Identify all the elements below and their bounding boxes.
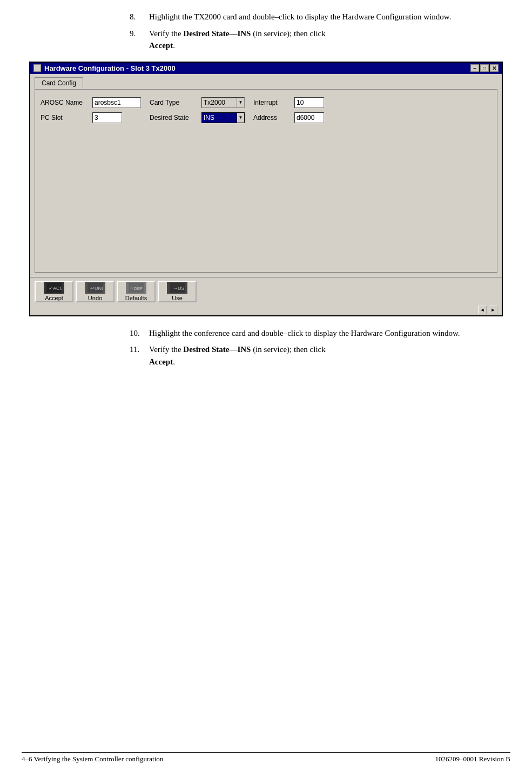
footer-right: 1026209–0001 Revision B [435, 755, 510, 763]
use-icon: →USE [167, 282, 187, 294]
step-11-number: 11. [130, 343, 149, 368]
window-body: Card Config AROSC Name Card Type Tx2000 … [30, 74, 502, 277]
defaults-label: Defaults [125, 295, 147, 301]
address-input[interactable] [294, 112, 324, 123]
step-11: 11. Verify the Desired State—INS (in ser… [130, 343, 510, 368]
pc-slot-input[interactable] [92, 112, 122, 123]
svg-text:↩UND: ↩UND [90, 286, 103, 291]
step-10-text: Highlight the conference card and double… [149, 327, 510, 340]
tab-content-card-config: AROSC Name Card Type Tx2000 ▼ Interrupt … [35, 89, 497, 273]
defaults-icon: ☞DEF [126, 282, 146, 294]
scroll-right-button[interactable]: ► [489, 306, 497, 314]
card-type-label: Card Type [150, 99, 198, 106]
step-11-text: Verify the Desired State—INS (in service… [149, 343, 510, 368]
svg-text:→USE: →USE [173, 286, 185, 291]
defaults-svg: ☞DEF [129, 283, 144, 293]
step-9: 9. Verify the Desired State—INS (in serv… [130, 28, 510, 52]
undo-button[interactable]: ↩UND Undo [76, 281, 115, 302]
maximize-button[interactable]: □ [480, 64, 489, 72]
minimize-button[interactable]: – [470, 64, 479, 72]
defaults-button[interactable]: ☞DEF Defaults [117, 281, 156, 302]
card-type-value: Tx2000 [202, 99, 237, 106]
interrupt-label: Interrupt [253, 99, 291, 106]
scrollbar-area: ◄ ► [30, 305, 502, 315]
tab-strip: Card Config [35, 77, 497, 89]
close-button[interactable]: ✕ [490, 64, 499, 72]
footer-left: 4–6 Verifying the System Controller conf… [22, 755, 163, 763]
button-bar: ✓ACC Accept ↩UND Undo ☞DEF [30, 277, 502, 305]
undo-label: Undo [88, 295, 102, 301]
accept-svg: ✓ACC [46, 283, 62, 293]
accept-button[interactable]: ✓ACC Accept [35, 281, 73, 302]
titlebar-title-area: Hardware Configuration - Slot 3 Tx2000 [33, 64, 176, 72]
form-grid: AROSC Name Card Type Tx2000 ▼ Interrupt … [41, 97, 491, 123]
window-titlebar: Hardware Configuration - Slot 3 Tx2000 –… [30, 63, 502, 74]
window-icon [33, 64, 41, 72]
undo-svg: ↩UND [87, 283, 103, 293]
svg-text:☞DEF: ☞DEF [130, 286, 143, 291]
accept-label: Accept [45, 295, 63, 301]
step-10-number: 10. [130, 327, 149, 340]
interrupt-input[interactable] [294, 97, 324, 108]
page-footer: 4–6 Verifying the System Controller conf… [22, 752, 510, 763]
svg-text:✓ACC: ✓ACC [49, 286, 62, 291]
window-title: Hardware Configuration - Slot 3 Tx2000 [44, 64, 176, 72]
desired-state-select[interactable]: INS ▼ [201, 112, 245, 123]
use-button[interactable]: →USE Use [158, 281, 197, 302]
use-label: Use [172, 295, 183, 301]
accept-icon: ✓ACC [44, 282, 64, 294]
arosc-name-label: AROSC Name [41, 99, 89, 106]
step-8-number: 8. [130, 11, 149, 23]
scroll-left-button[interactable]: ◄ [478, 306, 487, 314]
undo-icon: ↩UND [85, 282, 105, 294]
step-8: 8. Highlight the TX2000 card and double–… [130, 11, 510, 23]
desired-state-label: Desired State [150, 114, 198, 121]
step-9-text: Verify the Desired State—INS (in service… [149, 28, 510, 52]
steps-section-2: 10. Highlight the conference card and do… [130, 327, 510, 368]
hardware-config-window: Hardware Configuration - Slot 3 Tx2000 –… [29, 62, 503, 316]
address-label: Address [253, 114, 291, 121]
step-8-text: Highlight the TX2000 card and double–cli… [149, 11, 510, 23]
tab-card-config[interactable]: Card Config [35, 77, 83, 89]
step-9-number: 9. [130, 28, 149, 52]
step-10: 10. Highlight the conference card and do… [130, 327, 510, 340]
pc-slot-label: PC Slot [41, 114, 89, 121]
desired-state-value: INS [202, 114, 237, 121]
titlebar-buttons: – □ ✕ [470, 64, 499, 72]
arosc-name-input[interactable] [92, 97, 141, 108]
card-type-select[interactable]: Tx2000 ▼ [201, 97, 245, 108]
use-svg: →USE [170, 283, 185, 293]
card-type-arrow[interactable]: ▼ [237, 98, 244, 107]
desired-state-arrow[interactable]: ▼ [237, 113, 244, 123]
